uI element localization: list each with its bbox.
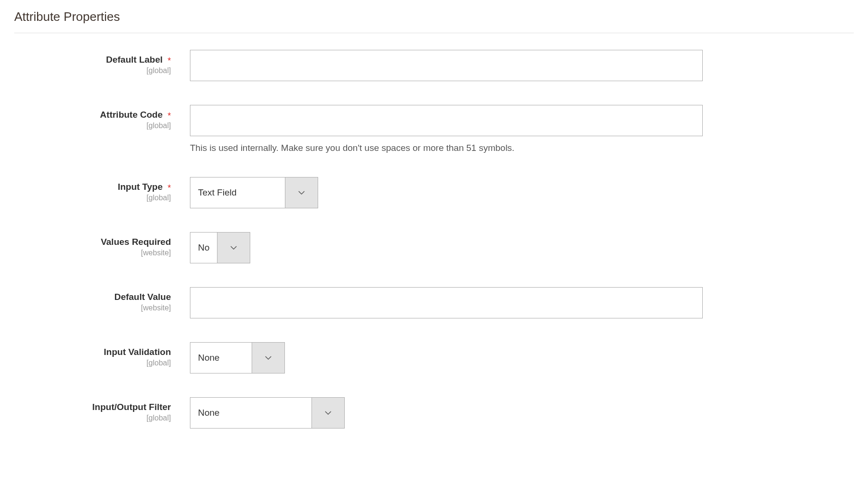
- attribute-code-note: This is used internally. Make sure you d…: [190, 143, 703, 153]
- field-input-type: Input Type * [global] Text Field: [14, 177, 854, 208]
- scope-label: [global]: [14, 194, 171, 202]
- field-attribute-code: Attribute Code * [global] This is used i…: [14, 105, 854, 153]
- label-container: Default Label * [global]: [14, 50, 190, 75]
- chevron-down-icon: [252, 343, 284, 373]
- input-type-label: Input Type: [118, 182, 163, 192]
- input-container: None: [190, 342, 703, 373]
- label-container: Attribute Code * [global]: [14, 105, 190, 130]
- label-container: Input/Output Filter [global]: [14, 397, 190, 422]
- chevron-down-icon: [217, 233, 250, 263]
- values-required-label: Values Required: [101, 237, 171, 247]
- required-icon: *: [168, 56, 171, 65]
- input-validation-select[interactable]: None: [190, 342, 285, 373]
- label-container: Input Validation [global]: [14, 342, 190, 367]
- scope-label: [global]: [14, 66, 171, 75]
- input-container: No: [190, 232, 703, 263]
- field-io-filter: Input/Output Filter [global] None: [14, 397, 854, 429]
- io-filter-label: Input/Output Filter: [92, 402, 171, 412]
- input-container: [190, 287, 703, 318]
- values-required-select[interactable]: No: [190, 232, 250, 263]
- field-input-validation: Input Validation [global] None: [14, 342, 854, 373]
- scope-label: [global]: [14, 121, 171, 130]
- scope-label: [website]: [14, 249, 171, 257]
- input-container: [190, 50, 703, 81]
- default-value-input[interactable]: [190, 287, 703, 318]
- io-filter-select[interactable]: None: [190, 397, 345, 429]
- input-container: This is used internally. Make sure you d…: [190, 105, 703, 153]
- scope-label: [website]: [14, 304, 171, 312]
- field-values-required: Values Required [website] No: [14, 232, 854, 263]
- field-default-label: Default Label * [global]: [14, 50, 854, 81]
- chevron-down-icon: [312, 398, 344, 428]
- label-container: Values Required [website]: [14, 232, 190, 257]
- input-container: Text Field: [190, 177, 703, 208]
- field-default-value: Default Value [website]: [14, 287, 854, 318]
- attribute-form: Default Label * [global] Attribute Code …: [14, 50, 854, 429]
- select-value: No: [190, 233, 217, 263]
- default-label-input[interactable]: [190, 50, 703, 81]
- label-container: Default Value [website]: [14, 287, 190, 312]
- input-container: None: [190, 397, 703, 429]
- input-validation-label: Input Validation: [104, 347, 171, 357]
- attribute-code-input[interactable]: [190, 105, 703, 136]
- section-title: Attribute Properties: [14, 9, 854, 33]
- default-label-label: Default Label: [106, 55, 162, 65]
- select-value: Text Field: [190, 177, 285, 208]
- label-container: Input Type * [global]: [14, 177, 190, 202]
- default-value-label: Default Value: [114, 292, 171, 302]
- input-type-select[interactable]: Text Field: [190, 177, 318, 208]
- scope-label: [global]: [14, 359, 171, 367]
- chevron-down-icon: [285, 177, 318, 208]
- attribute-code-label: Attribute Code: [100, 110, 163, 120]
- required-icon: *: [168, 111, 171, 121]
- select-value: None: [190, 343, 252, 373]
- select-value: None: [190, 398, 312, 428]
- required-icon: *: [168, 183, 171, 193]
- scope-label: [global]: [14, 414, 171, 422]
